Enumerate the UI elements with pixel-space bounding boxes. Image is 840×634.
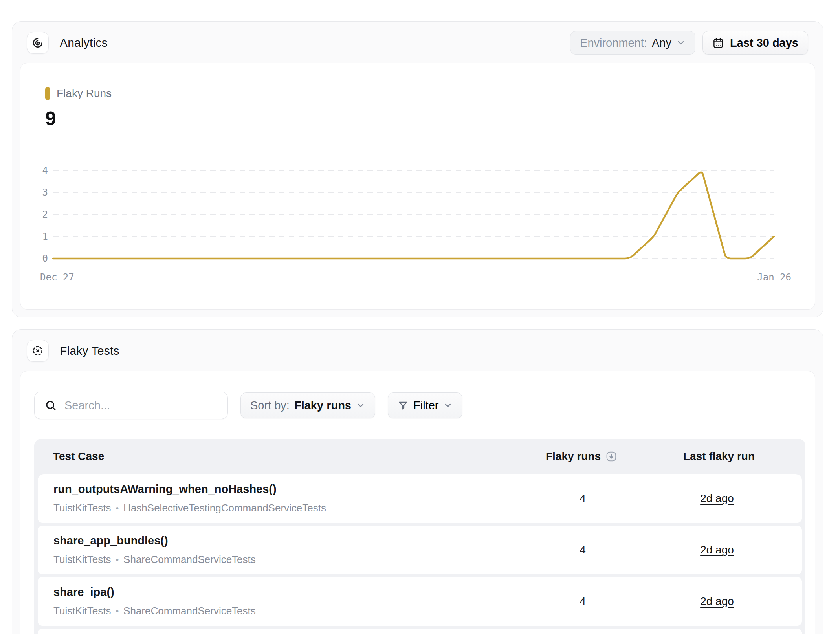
search-box[interactable] bbox=[34, 392, 228, 419]
filter-label: Filter bbox=[413, 399, 438, 412]
sort-descending-icon bbox=[605, 451, 617, 462]
flaky-runs-column-label: Flaky runs bbox=[546, 450, 601, 463]
chevron-down-icon bbox=[356, 401, 365, 410]
flaky-runs-total: 9 bbox=[45, 107, 56, 130]
chevron-down-icon bbox=[676, 38, 686, 48]
flaky-runs-line-chart: 43210Dec 27Jan 26 bbox=[20, 63, 815, 309]
last-flaky-run-cell: 2d ago bbox=[632, 595, 802, 608]
test-case-path: TuistKitTests • HashSelectiveTestingComm… bbox=[53, 502, 533, 514]
table-row-partial bbox=[38, 629, 802, 634]
svg-text:0: 0 bbox=[42, 253, 48, 264]
environment-select[interactable]: Environment: Any bbox=[570, 31, 695, 55]
module-name: TuistKitTests bbox=[53, 502, 111, 514]
flaky-runs-count: 4 bbox=[533, 544, 632, 556]
sort-by-select[interactable]: Sort by: Flaky runs bbox=[240, 392, 375, 418]
test-case-cell: run_outputsAWarning_when_noHashes() Tuis… bbox=[38, 483, 533, 514]
last-flaky-run-link[interactable]: 2d ago bbox=[700, 544, 734, 556]
page: { "analytics": { "title": "Analytics", "… bbox=[0, 0, 840, 634]
sort-by-label: Sort by: bbox=[250, 399, 290, 412]
bullet-separator: • bbox=[116, 606, 119, 616]
table-rows: run_outputsAWarning_when_noHashes() Tuis… bbox=[34, 474, 805, 634]
search-icon bbox=[45, 399, 57, 411]
table-header: Test Case Flaky runs Last flaky run bbox=[34, 439, 805, 474]
flaky-runs-chart-panel: 43210Dec 27Jan 26 Flaky Runs 9 bbox=[20, 63, 815, 310]
legend-color-bar bbox=[45, 87, 50, 100]
flaky-tests-table: Test Case Flaky runs Last flaky run run_… bbox=[34, 439, 805, 634]
analytics-icon bbox=[27, 32, 49, 54]
flaky-tests-card-header: Flaky Tests bbox=[27, 340, 119, 362]
suite-name: ShareCommandServiceTests bbox=[123, 605, 256, 617]
legend-label: Flaky Runs bbox=[57, 87, 112, 100]
column-header-flaky-runs[interactable]: Flaky runs bbox=[530, 450, 633, 463]
suite-name: ShareCommandServiceTests bbox=[123, 553, 256, 566]
test-case-name: run_outputsAWarning_when_noHashes() bbox=[53, 483, 533, 496]
test-case-path: TuistKitTests • ShareCommandServiceTests bbox=[53, 605, 533, 617]
date-range-label: Last 30 days bbox=[730, 37, 798, 49]
flaky-tests-icon bbox=[27, 340, 49, 362]
analytics-card-header: Analytics bbox=[27, 32, 108, 54]
search-input[interactable] bbox=[64, 399, 217, 412]
flaky-runs-count: 4 bbox=[533, 595, 632, 608]
last-flaky-run-link[interactable]: 2d ago bbox=[700, 492, 734, 504]
bullet-separator: • bbox=[116, 555, 119, 565]
environment-label: Environment: bbox=[580, 37, 647, 49]
chart-legend: Flaky Runs bbox=[45, 87, 112, 100]
test-case-name: share_ipa() bbox=[53, 586, 533, 599]
svg-text:Jan 26: Jan 26 bbox=[757, 272, 791, 283]
sort-by-value: Flaky runs bbox=[294, 399, 351, 412]
chevron-down-icon bbox=[443, 401, 453, 410]
analytics-controls: Environment: Any Last 30 days bbox=[570, 31, 808, 55]
test-case-path: TuistKitTests • ShareCommandServiceTests bbox=[53, 553, 533, 566]
svg-text:Dec 27: Dec 27 bbox=[40, 272, 74, 283]
flaky-tests-title: Flaky Tests bbox=[60, 344, 119, 357]
suite-name: HashSelectiveTestingCommandServiceTests bbox=[123, 502, 326, 514]
analytics-title: Analytics bbox=[60, 36, 108, 49]
test-case-cell: share_app_bundles() TuistKitTests • Shar… bbox=[38, 534, 533, 566]
table-row[interactable]: share_app_bundles() TuistKitTests • Shar… bbox=[38, 526, 802, 574]
test-case-name: share_app_bundles() bbox=[53, 534, 533, 547]
svg-text:4: 4 bbox=[42, 165, 48, 176]
column-header-test-case: Test Case bbox=[34, 450, 530, 463]
flaky-tests-card: Flaky Tests Sort by: Flaky runs bbox=[12, 329, 823, 634]
bullet-separator: • bbox=[116, 503, 119, 513]
last-flaky-run-link[interactable]: 2d ago bbox=[700, 595, 734, 607]
column-header-last-flaky-run: Last flaky run bbox=[633, 450, 805, 463]
flaky-runs-count: 4 bbox=[533, 492, 632, 505]
calendar-icon bbox=[712, 37, 724, 49]
analytics-card: Analytics Environment: Any bbox=[12, 21, 823, 317]
table-row[interactable]: share_ipa() TuistKitTests • ShareCommand… bbox=[38, 577, 802, 626]
funnel-icon bbox=[398, 400, 409, 411]
svg-text:2: 2 bbox=[42, 209, 48, 220]
table-controls: Sort by: Flaky runs Filter bbox=[34, 392, 462, 419]
module-name: TuistKitTests bbox=[53, 553, 111, 566]
test-case-cell: share_ipa() TuistKitTests • ShareCommand… bbox=[38, 586, 533, 617]
table-row[interactable]: run_outputsAWarning_when_noHashes() Tuis… bbox=[38, 474, 802, 523]
svg-text:1: 1 bbox=[42, 231, 48, 242]
flaky-tests-panel: Sort by: Flaky runs Filter bbox=[20, 371, 815, 634]
module-name: TuistKitTests bbox=[53, 605, 111, 617]
environment-value: Any bbox=[652, 37, 671, 49]
filter-button[interactable]: Filter bbox=[388, 392, 462, 418]
date-range-button[interactable]: Last 30 days bbox=[702, 31, 808, 55]
svg-text:3: 3 bbox=[42, 187, 48, 198]
last-flaky-run-cell: 2d ago bbox=[632, 492, 802, 505]
last-flaky-run-cell: 2d ago bbox=[632, 544, 802, 556]
